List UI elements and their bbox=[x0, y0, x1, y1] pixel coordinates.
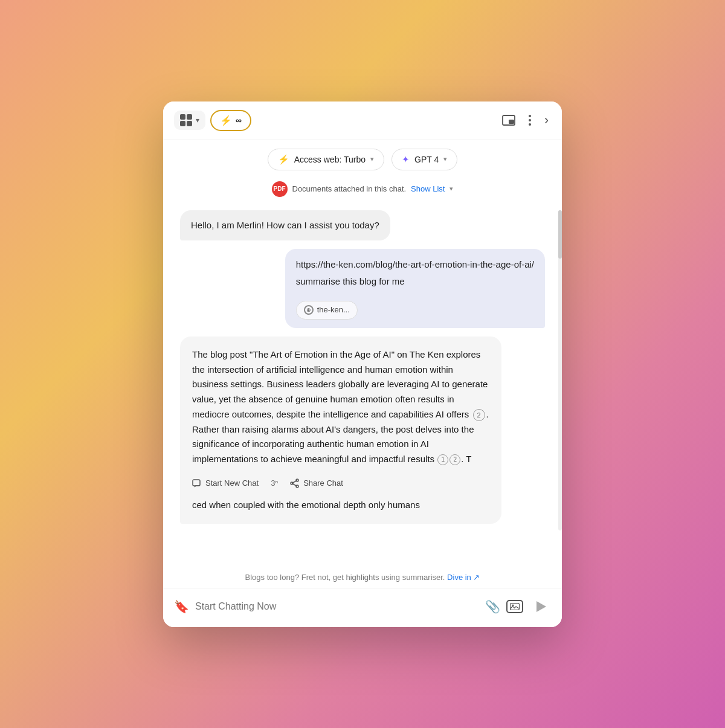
svg-rect-11 bbox=[511, 603, 520, 610]
response-text-1: The blog post "The Art of Emotion in the… bbox=[192, 349, 488, 419]
scrollbar-thumb[interactable] bbox=[558, 210, 562, 259]
top-bar: ▾ ⚡ ∞ › bbox=[163, 101, 562, 140]
send-button[interactable] bbox=[529, 596, 551, 617]
chevron-down-icon: ▾ bbox=[196, 116, 199, 124]
user-bubble-url: https://the-ken.com/blog/the-art-of-emot… bbox=[285, 249, 545, 328]
bottom-note-text: Blogs too long? Fret not, get highlights… bbox=[245, 573, 445, 582]
svg-line-9 bbox=[292, 480, 297, 483]
user-message-url: https://the-ken.com/blog/the-art-of-emot… bbox=[285, 249, 545, 328]
citation-badge-2: 1 bbox=[437, 454, 448, 465]
globe-icon: ⊕ bbox=[304, 305, 314, 315]
response-text-3: . T bbox=[461, 454, 471, 464]
show-list-link[interactable]: Show List bbox=[411, 184, 445, 193]
chevron-pill-icon: ▾ bbox=[370, 155, 374, 163]
response-text-4: ced when coupled with the emotional dept… bbox=[192, 498, 489, 513]
pdf-icon: PDF bbox=[272, 181, 288, 197]
toolbar-row: ⚡ Access web: Turbo ▾ ✦ GPT 4 ▾ bbox=[163, 140, 562, 176]
chat-window: ▾ ⚡ ∞ › bbox=[163, 101, 562, 627]
turbo-badge-label: ∞ bbox=[236, 115, 242, 125]
chat-area[interactable]: Hello, I am Merlin! How can I assist you… bbox=[163, 204, 562, 569]
input-bar: 🔖 📎 bbox=[163, 588, 562, 627]
lightning-icon: ⚡ bbox=[220, 115, 232, 126]
dive-in-label: Dive in ↗ bbox=[447, 573, 480, 582]
bot-bubble-long: The blog post "The Art of Emotion in the… bbox=[180, 337, 501, 524]
send-icon bbox=[536, 601, 546, 612]
counter-label: 3ⁿ bbox=[271, 477, 278, 489]
svg-point-4 bbox=[529, 123, 531, 126]
bot-message-long: The blog post "The Art of Emotion in the… bbox=[180, 337, 501, 524]
svg-line-10 bbox=[292, 483, 297, 486]
chat-overlay-actions: Start New Chat 3ⁿ Share Chat bbox=[192, 472, 489, 494]
scrollbar-track[interactable] bbox=[558, 210, 562, 530]
forward-button[interactable]: › bbox=[542, 110, 551, 130]
bookmark-icon: 🔖 bbox=[174, 599, 189, 614]
svg-point-3 bbox=[529, 119, 531, 121]
dive-in-link[interactable]: Dive in ↗ bbox=[447, 573, 480, 582]
start-new-chat-button[interactable]: Start New Chat bbox=[192, 477, 259, 489]
summarise-text: summarise this blog for me bbox=[296, 274, 534, 289]
greeting-text: Hello, I am Merlin! How can I assist you… bbox=[191, 220, 379, 230]
turbo-badge[interactable]: ⚡ ∞ bbox=[210, 110, 251, 131]
citation-badge-3: 2 bbox=[450, 454, 460, 465]
docs-banner: PDF Documents attached in this chat. Sho… bbox=[163, 176, 562, 204]
start-new-chat-label: Start New Chat bbox=[205, 477, 259, 489]
source-label: the-ken... bbox=[317, 304, 350, 317]
access-web-label: Access web: Turbo bbox=[294, 155, 366, 164]
bottom-note: Blogs too long? Fret not, get highlights… bbox=[163, 569, 562, 588]
more-options-button[interactable] bbox=[526, 112, 533, 128]
new-chat-icon bbox=[192, 478, 202, 488]
gpt-label: GPT 4 bbox=[414, 155, 439, 164]
app-icon-group[interactable]: ▾ bbox=[174, 111, 205, 130]
attach-icon[interactable]: 📎 bbox=[485, 599, 500, 614]
chat-input[interactable] bbox=[195, 601, 479, 612]
image-icon-box bbox=[506, 600, 523, 613]
share-icon bbox=[290, 478, 300, 488]
grid-icon bbox=[180, 114, 192, 126]
gpt-chevron-icon: ▾ bbox=[443, 155, 447, 163]
share-chat-button[interactable]: Share Chat bbox=[290, 477, 343, 489]
image-upload-button[interactable] bbox=[506, 600, 523, 613]
bot-message-greeting: Hello, I am Merlin! How can I assist you… bbox=[180, 210, 390, 241]
share-chat-label: Share Chat bbox=[303, 477, 343, 489]
citation-badge-1: 2 bbox=[473, 409, 485, 421]
source-pill: ⊕ the-ken... bbox=[296, 301, 358, 320]
docs-text: Documents attached in this chat. bbox=[292, 184, 407, 193]
show-list-label: Show List bbox=[411, 184, 445, 193]
gpt-selector-button[interactable]: ✦ GPT 4 ▾ bbox=[392, 149, 457, 170]
svg-point-2 bbox=[529, 115, 531, 117]
access-web-button[interactable]: ⚡ Access web: Turbo ▾ bbox=[268, 149, 384, 170]
pip-button[interactable] bbox=[500, 112, 518, 128]
top-bar-right: › bbox=[500, 110, 551, 130]
show-list-chevron: ▾ bbox=[450, 185, 453, 193]
url-text: https://the-ken.com/blog/the-art-of-emot… bbox=[296, 257, 534, 272]
svg-rect-1 bbox=[509, 120, 514, 124]
sparkle-icon: ✦ bbox=[402, 154, 410, 165]
bot-bubble-greeting: Hello, I am Merlin! How can I assist you… bbox=[180, 210, 390, 241]
lightning-pill-icon: ⚡ bbox=[278, 154, 289, 165]
svg-point-12 bbox=[512, 604, 514, 606]
svg-rect-5 bbox=[193, 480, 200, 486]
top-bar-left: ▾ ⚡ ∞ bbox=[174, 110, 251, 131]
